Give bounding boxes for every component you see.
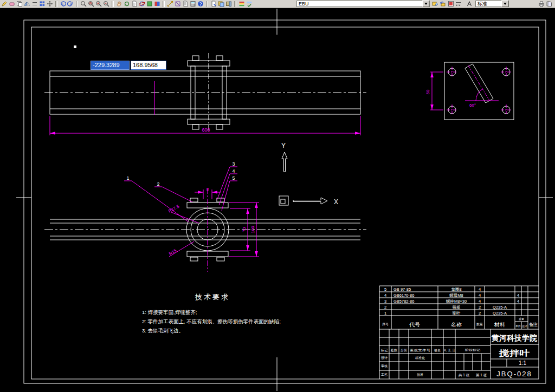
label-date: 年、月、日: [444, 349, 455, 352]
linetype-control-icon[interactable]: [455, 1, 462, 7]
zoom-realtime-icon[interactable]: [80, 1, 87, 7]
toolbar-group-layer-tools: [432, 1, 446, 7]
dynamic-input-y[interactable]: 168.9568: [131, 61, 166, 70]
balloon-4: 4: [232, 168, 235, 174]
ucs-y-label: Y: [281, 142, 286, 149]
label-mark: 标记: [380, 348, 388, 352]
calculator-icon[interactable]: [190, 1, 196, 7]
part-qty: 4: [479, 287, 481, 292]
distance-icon[interactable]: [167, 1, 173, 7]
part-seq: 2: [384, 305, 386, 310]
part-qty: 4: [479, 293, 481, 298]
part-name: 垫圈8: [451, 287, 461, 292]
header-name: 名称: [451, 322, 462, 328]
layer-previous-icon[interactable]: [440, 1, 446, 7]
plot-icon[interactable]: [538, 1, 545, 7]
main-toolbar: EBU 标准: [0, 0, 555, 8]
text-style-icon[interactable]: [466, 1, 473, 7]
publish-icon[interactable]: [546, 1, 552, 7]
drawing-number: JBQ-028: [496, 370, 532, 378]
erase-icon[interactable]: [9, 1, 15, 7]
layer-combo-arrow[interactable]: [422, 1, 429, 7]
help-icon[interactable]: [197, 1, 204, 7]
shade-icon[interactable]: [146, 1, 153, 7]
array-icon[interactable]: [39, 1, 46, 7]
toolbar-group-style: [466, 1, 473, 7]
regen-icon[interactable]: [124, 1, 130, 7]
style-combo-value: 标准: [477, 1, 487, 8]
tool-palettes-icon[interactable]: [225, 1, 232, 7]
label-approve: 批准: [417, 373, 423, 377]
parts-table-headers: 序号 代号 名称 数量 材料 重量 单件 总计 备注: [382, 317, 538, 328]
part-seq: 5: [384, 287, 386, 292]
header-unit: 单件: [515, 324, 521, 328]
tech-req-line-1: 1: 焊接要牢固,焊缝整齐;: [142, 309, 197, 315]
toolbar-group-output: [538, 1, 552, 7]
copy-icon[interactable]: [16, 1, 23, 7]
design-center-icon[interactable]: [218, 1, 224, 7]
mirror-icon[interactable]: [24, 1, 30, 7]
undo-icon[interactable]: [60, 1, 66, 7]
named-views-icon[interactable]: [131, 1, 138, 7]
render-icon[interactable]: [154, 1, 160, 7]
ucs-x-label: X: [334, 198, 338, 206]
area-icon[interactable]: [175, 1, 181, 7]
title-block-labels: 标记 处数 分区 更改文件号 签名 年、月、日 设计 标准化 审核 工艺 批准 …: [380, 334, 537, 378]
make-current-icon[interactable]: [432, 1, 438, 7]
label-process: 工艺: [381, 373, 388, 376]
part-weight: 4: [517, 299, 519, 304]
layer-manager-icon[interactable]: [238, 1, 245, 7]
properties-icon[interactable]: [210, 1, 217, 7]
side-view-dimensions: [430, 66, 512, 115]
section-width-dim-text: 8: [206, 187, 209, 192]
radius-outer-dim-text: R17.5: [167, 204, 180, 214]
drawing-canvas[interactable]: 600 60° 50: [0, 0, 555, 392]
dynamic-input-x[interactable]: -229.3289: [91, 61, 130, 70]
technical-requirements: 技术要求 1: 焊接要牢固,焊缝整齐; 2: 零件加工表面上, 不应有划痕、擦伤…: [142, 293, 281, 334]
layer-combo-value: EBU: [299, 1, 309, 6]
label-check: 审核: [381, 364, 388, 368]
toolbar-group-main: [1, 1, 253, 7]
part-code: GB6170-86: [393, 293, 414, 298]
zoom-out-icon[interactable]: [103, 1, 109, 7]
section-dia-dim-text: 70: [242, 227, 247, 232]
part-code: GB 97-85: [393, 287, 411, 292]
front-length-dim-text: 600: [202, 127, 210, 133]
layer-combo[interactable]: EBU: [296, 1, 430, 7]
pan-icon[interactable]: [116, 1, 122, 7]
draw-pencil-icon[interactable]: [1, 1, 8, 7]
layer-states-icon[interactable]: [246, 1, 253, 7]
toolbar-group-properties: [448, 1, 462, 7]
zoom-in-icon[interactable]: [95, 1, 102, 7]
toolbar-separator: [206, 1, 208, 7]
label-change-doc: 更改文件号: [410, 348, 430, 352]
chevron-down-icon: [424, 3, 428, 5]
label-standardize: 标准化: [415, 356, 425, 360]
redo-icon[interactable]: [67, 1, 74, 7]
ucs-icon: [279, 152, 327, 205]
style-combo-arrow[interactable]: [501, 1, 508, 7]
style-combo[interactable]: 标准: [475, 1, 509, 7]
part-name: 桨叶: [453, 311, 461, 316]
part-material: Q235-A: [493, 311, 507, 316]
grip-point[interactable]: [74, 45, 76, 48]
offset-icon[interactable]: [31, 1, 38, 7]
list-icon[interactable]: [182, 1, 189, 7]
tech-req-title: 技术要求: [195, 293, 230, 301]
header-total: 总计: [522, 324, 527, 328]
section-view: [44, 198, 366, 261]
move-icon[interactable]: [47, 1, 53, 7]
sheet-no: 第 1 张: [476, 373, 487, 377]
side-view: [444, 62, 514, 120]
part-qty: 2: [479, 305, 481, 310]
orbit-icon[interactable]: [139, 1, 145, 7]
zoom-window-icon[interactable]: [88, 1, 94, 7]
part-seq: 3: [384, 299, 386, 304]
header-code: 代号: [409, 322, 420, 328]
color-control-icon[interactable]: [448, 1, 454, 7]
balloon-2: 2: [157, 181, 159, 187]
part-code: GB5782-86: [393, 299, 414, 304]
part-qty: 4: [479, 299, 481, 304]
part-name: 螺母M8: [449, 293, 463, 298]
scale-value: 1:1: [519, 360, 526, 366]
